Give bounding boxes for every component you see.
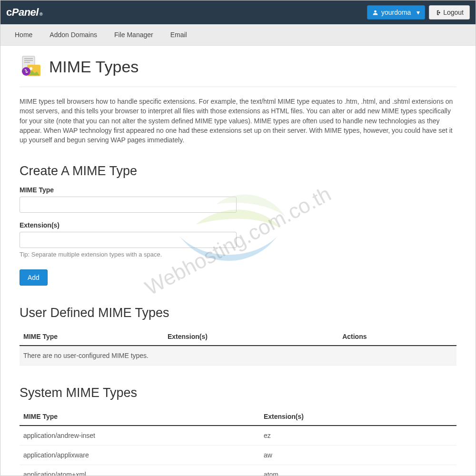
top-bar: cPanel® yourdoma ▾ Logout: [0, 0, 476, 24]
mime-type-label: MIME Type: [20, 186, 456, 194]
caret-down-icon: ▾: [416, 9, 420, 16]
system-row-mime: application/andrew-inset: [20, 426, 260, 446]
system-table: MIME Type Extension(s) application/andre…: [20, 408, 456, 476]
extensions-label: Extension(s): [20, 221, 456, 229]
table-row: application/applixwareaw: [20, 446, 456, 465]
page-content: MIME Types MIME types tell browsers how …: [0, 46, 476, 476]
user-icon: [372, 10, 378, 16]
user-table-col-ext: Extension(s): [164, 328, 338, 346]
brand-logo: cPanel®: [6, 6, 42, 19]
table-row: application/andrew-insetez: [20, 426, 456, 446]
user-label: yourdoma: [381, 9, 411, 16]
system-row-ext: ez: [260, 426, 456, 446]
logout-icon: [435, 10, 441, 16]
extensions-tip: Tip: Separate multiple extension types w…: [20, 251, 456, 258]
user-table-col-actions: Actions: [338, 328, 456, 346]
page-title: MIME Types: [49, 58, 139, 76]
create-heading: Create A MIME Type: [20, 164, 456, 178]
user-table-col-mime: MIME Type: [20, 328, 164, 346]
nav-item-file-manager[interactable]: File Manager: [106, 24, 162, 45]
nav-item-addon-domains[interactable]: Addon Domains: [41, 24, 106, 45]
svg-rect-2: [24, 60, 33, 61]
table-row: application/atom+xmlatom: [20, 465, 456, 476]
system-table-col-ext: Extension(s): [260, 408, 456, 426]
system-table-col-mime: MIME Type: [20, 408, 260, 426]
svg-rect-3: [24, 62, 30, 63]
user-table-empty-text: There are no user-configured MIME types.: [20, 346, 456, 366]
intro-text: MIME types tell browsers how to handle s…: [20, 97, 456, 145]
system-row-ext: aw: [260, 446, 456, 465]
system-row-mime: application/atom+xml: [20, 465, 260, 476]
user-defined-heading: User Defined MIME Types: [20, 306, 456, 320]
system-row-ext: atom: [260, 465, 456, 476]
nav-item-email[interactable]: Email: [162, 24, 196, 45]
logout-label: Logout: [443, 9, 464, 16]
extensions-input[interactable]: [20, 232, 237, 248]
page-header: MIME Types: [20, 55, 456, 87]
user-table-empty-row: There are no user-configured MIME types.: [20, 346, 456, 366]
user-defined-table: MIME Type Extension(s) Actions There are…: [20, 328, 456, 366]
user-menu-button[interactable]: yourdoma ▾: [367, 5, 425, 20]
main-nav: Home Addon Domains File Manager Email: [0, 24, 476, 46]
add-button[interactable]: Add: [20, 269, 48, 286]
system-heading: System MIME Types: [20, 386, 456, 400]
mime-types-icon: [20, 55, 42, 78]
svg-rect-1: [24, 58, 33, 59]
logout-button[interactable]: Logout: [429, 5, 470, 20]
system-row-mime: application/applixware: [20, 446, 260, 465]
mime-type-input[interactable]: [20, 197, 237, 213]
nav-item-home[interactable]: Home: [6, 24, 41, 45]
